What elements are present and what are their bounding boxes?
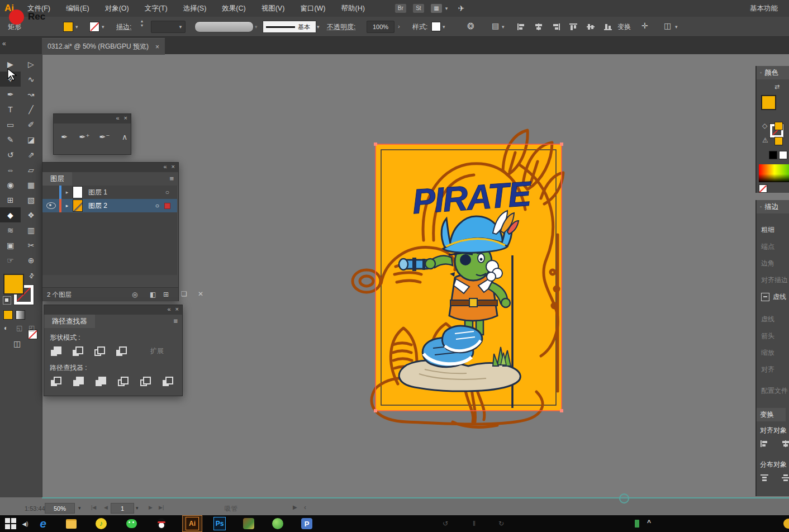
make-clipping-mask-icon[interactable]: ◧ (150, 291, 156, 298)
align-middle-icon[interactable] (586, 23, 595, 31)
color-panel-tab[interactable]: ◦ 颜色 (757, 66, 789, 79)
layers-panel-tab[interactable]: 图层 (42, 172, 72, 186)
menu-effect[interactable]: 效果(C) (214, 4, 253, 13)
stroke-panel-cycle-icon[interactable]: ◦ (760, 204, 762, 210)
layer1-target-icon[interactable]: ○ (165, 188, 169, 196)
pen-panel-close-icon[interactable]: × (124, 115, 127, 121)
curvature-tool[interactable]: ↝ (21, 87, 41, 102)
delete-anchor-point-tool[interactable]: ✒⁻ (97, 130, 112, 144)
file-explorer-icon[interactable] (65, 517, 77, 530)
prev-artboard-icon[interactable]: ◀ (104, 505, 108, 510)
toolbar-collapse-icon[interactable]: « (2, 40, 6, 48)
layer2-visibility-icon[interactable] (46, 202, 56, 209)
width-tool[interactable]: ⇔ (0, 162, 21, 177)
menu-edit[interactable]: 编辑(E) (58, 4, 97, 13)
line-segment-tool[interactable]: ╱ (21, 102, 41, 117)
align-bottom-icon[interactable] (603, 23, 612, 31)
pencil-tool[interactable]: ✎ (0, 132, 21, 147)
volume-icon[interactable]: ◀) (19, 517, 31, 530)
first-artboard-icon[interactable]: |◀ (91, 505, 96, 510)
lasso-tool[interactable]: ∿ (21, 72, 41, 87)
crop-button[interactable] (116, 374, 131, 388)
outline-button[interactable] (138, 374, 153, 388)
anchor-point-tool[interactable]: ∧ (117, 130, 132, 144)
hand-tool[interactable]: ☞ (0, 253, 21, 268)
color-fill-swatch[interactable] (761, 95, 776, 110)
artboard-tool[interactable]: ▣ (0, 238, 21, 253)
color-swap-icon[interactable]: ⇄ (774, 83, 780, 91)
black-swatch[interactable] (769, 151, 777, 159)
add-anchor-point-tool[interactable]: ✒⁺ (77, 130, 92, 144)
color-spectrum[interactable] (759, 164, 789, 182)
artboard-number-field[interactable]: 1 (111, 503, 134, 514)
mesh-tool[interactable]: ⊞ (0, 192, 21, 207)
style-chevron-icon[interactable]: ▾ (443, 24, 445, 30)
out-of-web-warning-icon[interactable]: ⚠ (762, 136, 768, 144)
paintbrush-tool[interactable]: ✐ (21, 117, 41, 132)
stroke-weight-label[interactable]: 描边: (116, 22, 131, 32)
game-icon[interactable] (243, 517, 255, 530)
transform-icon[interactable]: ✛ (641, 21, 648, 30)
intersect-button[interactable] (92, 344, 107, 358)
screen-mode-icon[interactable]: ◫ (13, 339, 21, 348)
web-safe-swatch[interactable] (774, 137, 783, 145)
color-panel-cycle-icon[interactable]: ◦ (760, 70, 762, 75)
tray-expand-icon[interactable]: ^ (647, 519, 651, 526)
type-tool[interactable]: T (0, 102, 21, 117)
layer1-name[interactable]: 图层 1 (88, 188, 107, 197)
out-of-gamut-cube-icon[interactable]: ◇ (762, 122, 767, 130)
shear-chevron-icon[interactable]: ▾ (675, 24, 678, 30)
player-forward-icon[interactable]: ↻ (498, 520, 504, 528)
free-transform-tool[interactable]: ▱ (21, 162, 41, 177)
gamut-swatch[interactable] (774, 122, 783, 130)
minus-front-button[interactable] (70, 344, 85, 358)
menu-select[interactable]: 选择(S) (175, 4, 215, 13)
layers-panel-menu-icon[interactable]: ≡ (169, 174, 174, 183)
exclude-button[interactable] (114, 344, 129, 358)
workspace-switcher[interactable]: 基本功能 (742, 4, 786, 13)
layer-row-1[interactable]: ▸ 图层 1 ○ (42, 186, 177, 199)
shape-builder-tool[interactable]: ◉ (0, 177, 21, 192)
start-button[interactable] (4, 517, 17, 530)
arrange-documents-icon[interactable]: ▦ (431, 4, 442, 13)
delete-layer-icon[interactable]: ✕ (198, 290, 203, 298)
align-objects-center-icon[interactable] (781, 440, 789, 448)
pen-panel-collapse-icon[interactable]: « (116, 115, 119, 121)
player-pause-icon[interactable]: ‖ (473, 520, 476, 528)
last-artboard-icon[interactable]: ▶| (159, 505, 164, 510)
stock-icon[interactable]: St (413, 4, 424, 13)
locate-object-icon[interactable]: ◎ (132, 291, 137, 298)
opacity-label[interactable]: 不透明度: (327, 22, 355, 32)
bridge-icon[interactable]: Br (395, 4, 406, 13)
illustrator-taskbar-icon[interactable]: Ai (182, 515, 202, 532)
profile-chevron-icon[interactable]: ▾ (317, 24, 320, 30)
photoshop-taskbar-icon[interactable]: Ps (213, 517, 226, 530)
default-fill-stroke-icon[interactable] (3, 296, 11, 305)
menu-view[interactable]: 视图(V) (254, 4, 293, 13)
usb-tray-icon[interactable] (635, 520, 639, 528)
gradient-tool[interactable]: ▧ (21, 192, 41, 207)
pathfinder-panel-collapse-icon[interactable]: « (167, 306, 170, 312)
symbol-sprayer-tool[interactable]: ≋ (0, 222, 21, 238)
share-icon[interactable]: ✈ (458, 4, 464, 13)
minus-back-button[interactable] (160, 374, 175, 388)
trim-button[interactable] (71, 374, 86, 388)
fill-color-swatch[interactable] (63, 22, 73, 32)
stroke-weight-dropdown[interactable]: ▾ (151, 21, 186, 33)
direct-selection-tool[interactable]: ▷ (21, 56, 41, 72)
tray-app-icon[interactable] (783, 519, 789, 529)
color-mode-button[interactable] (3, 310, 13, 320)
eyedropper-tool[interactable]: ◆ (0, 207, 21, 222)
layer2-thumbnail[interactable] (73, 200, 83, 212)
pathfinder-panel-tab[interactable]: 路径查找器 (44, 315, 95, 328)
rotate-tool[interactable]: ↺ (0, 147, 21, 162)
brush-definition-dropdown[interactable] (194, 21, 254, 32)
safety-center-icon[interactable] (272, 517, 284, 530)
align-top-icon[interactable] (569, 23, 578, 31)
draw-behind-icon[interactable]: ◱ (16, 324, 22, 332)
layer2-name[interactable]: 图层 2 (88, 201, 107, 211)
gradient-mode-button[interactable] (16, 310, 25, 320)
pen-tool[interactable]: ✒ (0, 87, 21, 102)
transform-panel-tab[interactable]: 变换 (757, 408, 786, 421)
align-right-icon[interactable] (552, 23, 560, 31)
